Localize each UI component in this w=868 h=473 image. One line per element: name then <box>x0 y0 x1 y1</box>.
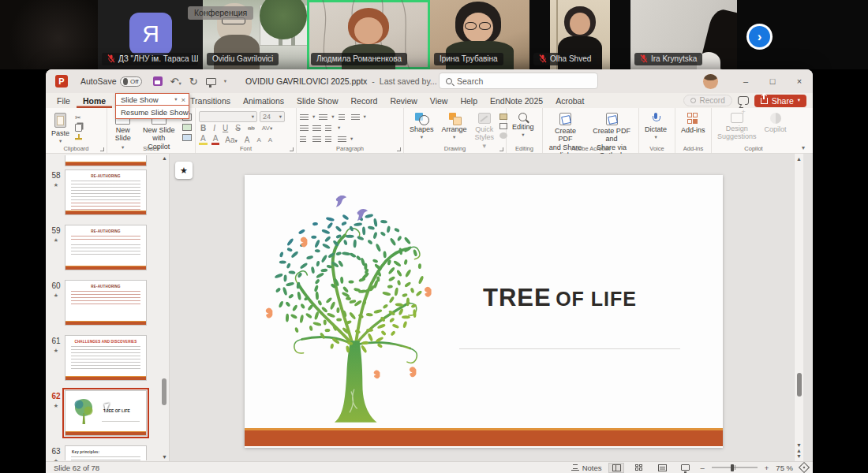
zoom-in-button[interactable]: + <box>765 464 769 472</box>
tab-endnote[interactable]: EndNote 2025 <box>484 93 549 108</box>
highlight-button[interactable]: A <box>199 134 208 145</box>
decrease-indent-button[interactable] <box>300 125 309 132</box>
maximize-button[interactable]: □ <box>759 69 786 93</box>
search-input[interactable]: Search <box>439 73 598 89</box>
collapse-ribbon-button[interactable]: ▾ <box>802 144 805 151</box>
participant-tile-iryna[interactable]: Ірина Трубавіна <box>430 0 529 69</box>
participant-tile-dark[interactable] <box>0 0 98 69</box>
slideshow-icon[interactable] <box>206 78 216 85</box>
cut-button[interactable]: ✂ <box>75 114 82 121</box>
normal-view-button[interactable] <box>608 463 624 473</box>
align-left-button[interactable] <box>300 136 309 143</box>
design-suggestions-button[interactable]: DesignSuggestions <box>715 111 759 143</box>
slide-canvas[interactable]: TREE OF LIFE <box>245 175 723 448</box>
copilot-button[interactable]: Copilot <box>762 111 789 135</box>
comments-icon[interactable] <box>738 96 749 105</box>
format-painter-button[interactable] <box>75 134 82 141</box>
editor-scrollbar-thumb[interactable] <box>797 373 802 397</box>
slide-thumbnail-59[interactable]: RE-AUTHORING <box>65 225 147 270</box>
tab-file[interactable]: File <box>51 93 77 108</box>
previous-slide-button[interactable]: ▲ <box>796 448 802 453</box>
font-dialog-launcher[interactable] <box>290 147 294 151</box>
subscript-button[interactable]: ab <box>246 125 256 132</box>
popup-close-icon[interactable]: × <box>181 95 185 104</box>
bullets-button[interactable] <box>300 114 309 121</box>
shrink-font-button[interactable]: A <box>256 136 263 143</box>
share-button[interactable]: Share▾ <box>754 95 806 107</box>
tab-help[interactable]: Help <box>454 93 484 108</box>
record-button[interactable]: Record <box>683 95 731 106</box>
slide-title[interactable]: TREE OF LIFE <box>483 284 637 312</box>
paragraph-dialog-launcher[interactable] <box>397 147 401 151</box>
line-spacing-button[interactable] <box>351 114 360 121</box>
autosave-toggle[interactable]: AutoSave Off <box>80 76 142 87</box>
font-size-select[interactable]: 24▾ <box>260 111 285 122</box>
customize-qat-caret[interactable]: ▾ <box>224 79 226 84</box>
scroll-up-icon[interactable]: ▲ <box>796 154 802 162</box>
notes-button[interactable]: Notes <box>571 464 602 472</box>
zoom-slider[interactable] <box>712 467 758 468</box>
slide-sorter-view-button[interactable] <box>631 463 647 473</box>
tab-review[interactable]: Review <box>383 93 423 108</box>
zoom-out-button[interactable]: – <box>700 464 704 472</box>
gallery-next-button[interactable]: › <box>749 26 770 47</box>
editor-scrollbar[interactable]: ▲ ▼ ▲ ▼ <box>794 154 803 461</box>
dictate-button[interactable]: Dictate▾ <box>642 111 669 142</box>
scroll-down-icon[interactable]: ▼ <box>796 442 802 448</box>
character-spacing-button[interactable]: AV▾ <box>260 125 274 132</box>
reading-view-button[interactable] <box>654 463 670 473</box>
resume-slideshow-item[interactable]: Resume Slide Show <box>116 106 189 118</box>
slide-thumbnail-61[interactable]: CHALLENGES AND DISCOVERIES <box>65 335 147 381</box>
increase-indent-button[interactable] <box>312 125 321 132</box>
strikethrough-button[interactable]: S <box>234 124 242 132</box>
columns-button[interactable] <box>325 125 334 132</box>
clear-formatting-button[interactable]: A <box>267 136 274 143</box>
slide-thumbnail-57-partial[interactable] <box>65 155 147 166</box>
participant-tile-ira[interactable]: Ira Krynytska <box>630 0 737 69</box>
slide-thumbnail-63-partial[interactable]: Key principles: <box>65 445 147 460</box>
tab-slideshow[interactable]: Slide Show <box>290 93 345 108</box>
grow-font-button[interactable]: A <box>243 136 252 144</box>
shapes-button[interactable]: Shapes▾ <box>407 111 436 142</box>
fit-to-window-icon[interactable] <box>799 462 810 473</box>
zoom-slider-thumb[interactable] <box>731 464 734 471</box>
numbering-button[interactable] <box>319 114 327 121</box>
tab-record[interactable]: Record <box>345 93 384 108</box>
paste-button[interactable]: Paste▾ <box>49 111 72 146</box>
tab-home[interactable]: Home <box>77 93 112 108</box>
addins-button[interactable]: Add-ins <box>679 111 708 136</box>
underline-button[interactable]: U <box>221 124 230 132</box>
copy-button[interactable] <box>75 124 82 132</box>
clipboard-dialog-launcher[interactable] <box>100 147 104 151</box>
scroll-down-icon[interactable]: ▼ <box>162 454 167 460</box>
align-center-button[interactable] <box>312 136 321 143</box>
panel-scrollbar-thumb[interactable] <box>162 378 166 405</box>
close-button[interactable]: × <box>786 69 813 93</box>
font-name-select[interactable]: ▾ <box>199 111 257 122</box>
slide-thumbnail-62-selected[interactable]: TREE OF LIFE <box>65 390 147 436</box>
scroll-up-icon[interactable]: ▲ <box>162 155 167 161</box>
panel-scrollbar[interactable]: ▲ ▼ <box>161 155 167 460</box>
drawing-dialog-launcher[interactable] <box>499 147 503 151</box>
redo-button[interactable]: ↻ <box>189 76 198 88</box>
tab-acrobat[interactable]: Acrobat <box>549 93 590 108</box>
tab-view[interactable]: View <box>424 93 455 108</box>
zoom-level[interactable]: 75 % <box>776 464 793 472</box>
popup-caret[interactable]: ▾ <box>174 96 177 102</box>
tab-transitions[interactable]: Transitions <box>184 93 237 108</box>
section-button[interactable] <box>182 134 192 141</box>
slide-thumbnail-58[interactable]: RE-AUTHORING <box>65 169 147 215</box>
change-case-button[interactable]: Aa▾ <box>223 136 239 144</box>
tab-animations[interactable]: Animations <box>237 93 290 108</box>
save-icon[interactable] <box>153 76 163 86</box>
text-direction-button[interactable]: ▾ <box>350 136 353 142</box>
next-slide-button[interactable]: ▼ <box>796 453 802 461</box>
minimize-button[interactable]: – <box>732 69 759 93</box>
slideshow-view-button[interactable] <box>677 463 693 473</box>
font-color-button[interactable]: A <box>211 134 220 145</box>
arrange-button[interactable]: Arrange▾ <box>440 111 470 142</box>
reset-button[interactable] <box>182 124 192 131</box>
italic-button[interactable]: I <box>211 124 217 132</box>
undo-button[interactable]: ↶▾ <box>170 76 181 88</box>
floating-tool-button[interactable]: ★ <box>175 162 193 179</box>
